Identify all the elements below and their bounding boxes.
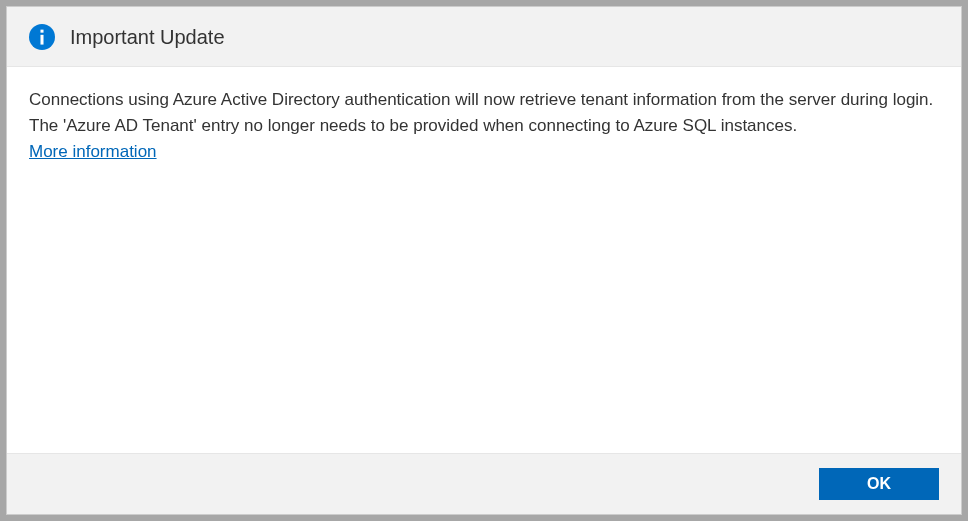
svg-rect-2	[40, 35, 43, 45]
dialog-title: Important Update	[70, 26, 225, 49]
svg-rect-1	[40, 30, 43, 33]
dialog-header: Important Update	[7, 7, 961, 67]
ok-button[interactable]: OK	[819, 468, 939, 500]
dialog-content: Connections using Azure Active Directory…	[7, 67, 961, 453]
dialog-message: Connections using Azure Active Directory…	[29, 87, 939, 140]
dialog-footer: OK	[7, 453, 961, 514]
info-icon	[29, 24, 55, 50]
more-information-link[interactable]: More information	[29, 142, 157, 162]
dialog: Important Update Connections using Azure…	[6, 6, 962, 515]
